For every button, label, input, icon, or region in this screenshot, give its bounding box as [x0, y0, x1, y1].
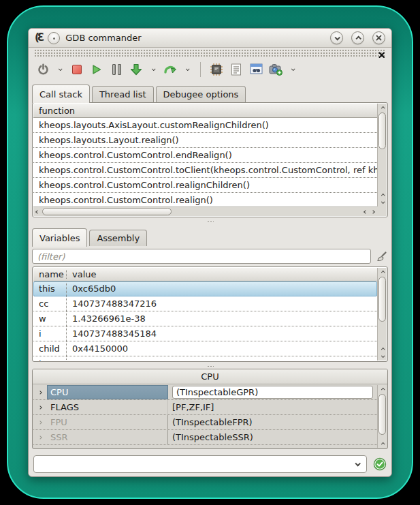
cpu-panel-title: CPU: [33, 369, 387, 384]
variables-vertical-scrollbar[interactable]: [377, 268, 387, 361]
variable-row-i[interactable]: i 140737488345184: [33, 326, 377, 341]
tab-debugee-options[interactable]: Debugee options: [156, 86, 246, 102]
variable-value: 1.43266961e-38: [66, 311, 377, 326]
clear-filter-button[interactable]: [374, 249, 388, 263]
scroll-up-stepper[interactable]: [378, 385, 387, 393]
callstack-vertical-scrollbar[interactable]: [377, 104, 387, 206]
combo-dropdown-button[interactable]: [349, 456, 366, 472]
step-into-icon: [129, 63, 143, 76]
cpu-vertical-scrollbar[interactable]: [377, 385, 387, 448]
value-column-label: value: [66, 270, 377, 279]
register-row-ssr[interactable]: SSR (TInspectableSSR): [33, 430, 377, 445]
scroll-up-stepper[interactable]: [378, 268, 387, 276]
variable-row-this[interactable]: this 0xc65db0: [33, 281, 377, 296]
chevron-down-icon: [186, 67, 190, 71]
callstack-panel: function kheops.layouts.AxisLayout.custo…: [32, 102, 388, 217]
scroll-up-stepper[interactable]: [378, 440, 387, 448]
register-row-fpu[interactable]: FPU (TInspectableFPR): [33, 415, 377, 430]
command-combobox[interactable]: [33, 455, 367, 473]
variable-row-cc[interactable]: cc 140737488347216: [33, 296, 377, 311]
snapshot-button[interactable]: [269, 63, 282, 76]
variable-row-w[interactable]: w 1.43266961e-38: [33, 311, 377, 326]
variable-name: this: [33, 281, 66, 296]
title-bar[interactable]: (Ɛ GDB commander: [29, 29, 391, 48]
tab-call-stack[interactable]: Call stack: [32, 85, 90, 103]
stack-frame-row[interactable]: kheops.layouts.Layout.realign(): [33, 133, 377, 148]
brush-clear-icon: [376, 251, 387, 262]
stack-frame-row[interactable]: kheops.control.CustomControl.realignChil…: [33, 178, 377, 193]
expand-chevron-icon[interactable]: [33, 430, 47, 444]
scroll-down-stepper[interactable]: [378, 198, 387, 206]
debug-toolbar: [29, 57, 391, 82]
snapshot-camera-icon: [269, 63, 282, 76]
snapshot-dropdown[interactable]: [289, 63, 297, 76]
power-options-dropdown[interactable]: [56, 63, 64, 76]
chevron-down-icon: [152, 67, 156, 71]
scroll-up-stepper[interactable]: [378, 104, 387, 112]
run-icon: [91, 64, 102, 75]
register-row-flags[interactable]: FLAGS [PF,ZF,IF]: [33, 400, 377, 415]
stack-frame-row[interactable]: kheops.control.CustomControl.toClient(kh…: [33, 163, 377, 178]
register-group-name: FLAGS: [47, 400, 168, 414]
maximize-button[interactable]: [351, 31, 364, 44]
watch-window-button[interactable]: [249, 63, 263, 76]
tab-thread-list[interactable]: Thread list: [92, 86, 154, 102]
watch-window-icon: [250, 63, 263, 75]
scrollbar-thumb[interactable]: [378, 394, 386, 435]
scroll-down-stepper[interactable]: [378, 352, 387, 361]
expand-chevron-icon[interactable]: [33, 400, 47, 414]
messages-button[interactable]: [229, 63, 243, 76]
register-row-cpu[interactable]: CPU: [33, 385, 377, 400]
close-button[interactable]: [372, 31, 385, 44]
step-into-button[interactable]: [129, 63, 143, 76]
pause-icon: [112, 64, 121, 75]
power-button[interactable]: [36, 63, 50, 76]
dock-drag-handle[interactable]: [34, 49, 386, 57]
callstack-tabbar: Call stack Thread list Debugee options: [32, 85, 388, 102]
step-over-dropdown[interactable]: [183, 63, 191, 76]
register-value: (TInspectableSSR): [168, 430, 377, 444]
horizontal-splitter[interactable]: [29, 217, 391, 226]
dock-close-button[interactable]: [378, 48, 386, 57]
variable-name: b: [33, 356, 66, 361]
variables-panel: name value this 0xc65db0 cc 140737488347…: [32, 266, 388, 362]
stop-button[interactable]: [70, 63, 84, 76]
scrollbar-thumb[interactable]: [42, 208, 172, 215]
scrollbar-thumb[interactable]: [378, 277, 386, 322]
expand-chevron-icon[interactable]: [33, 385, 47, 399]
step-over-button[interactable]: [163, 63, 177, 76]
shade-button[interactable]: [330, 31, 343, 44]
register-value-editor[interactable]: [172, 386, 373, 399]
scrollbar-thumb[interactable]: [378, 112, 386, 149]
step-over-icon: [163, 63, 177, 76]
variable-row-child[interactable]: child 0x44150000: [33, 341, 377, 356]
tab-assembly[interactable]: Assembly: [89, 230, 147, 246]
step-into-dropdown[interactable]: [149, 63, 157, 76]
stack-frame-row[interactable]: kheops.control.CustomControl.endRealign(…: [33, 148, 377, 163]
stack-frame-row[interactable]: kheops.control.CustomControl.realign(): [33, 193, 377, 206]
cpu-inspector-button[interactable]: [210, 63, 223, 76]
cpu-tree: CPU FLAGS [PF,ZF,IF] FPU (TInspectableFP…: [33, 385, 377, 448]
run-button[interactable]: [90, 63, 103, 76]
variable-value: 140737488345184: [66, 326, 377, 341]
callstack-column-header[interactable]: function: [33, 104, 377, 118]
variable-row-b[interactable]: b 1.43266961e-38: [33, 356, 377, 361]
command-input[interactable]: [34, 456, 349, 472]
callstack-horizontal-scrollbar[interactable]: [33, 206, 377, 216]
pause-button[interactable]: [110, 63, 123, 76]
expand-chevron-icon[interactable]: [33, 415, 47, 429]
filter-input[interactable]: [32, 249, 371, 264]
variables-column-header[interactable]: name value: [33, 268, 377, 281]
register-group-name: FPU: [47, 415, 168, 429]
send-command-button[interactable]: [372, 457, 387, 472]
scroll-right-stepper[interactable]: [369, 207, 377, 216]
variables-tabbar: Variables Assembly: [32, 228, 388, 246]
detach-dot-button[interactable]: [48, 32, 60, 44]
tab-variables[interactable]: Variables: [32, 228, 87, 247]
scroll-left-stepper[interactable]: [33, 207, 42, 216]
variables-list: name value this 0xc65db0 cc 140737488347…: [33, 268, 377, 361]
horizontal-splitter[interactable]: [29, 362, 391, 369]
power-icon: [37, 63, 49, 75]
stack-frame-row[interactable]: kheops.layouts.AxisLayout.customRealignC…: [33, 118, 377, 133]
variable-value: 0xc65db0: [66, 281, 377, 296]
